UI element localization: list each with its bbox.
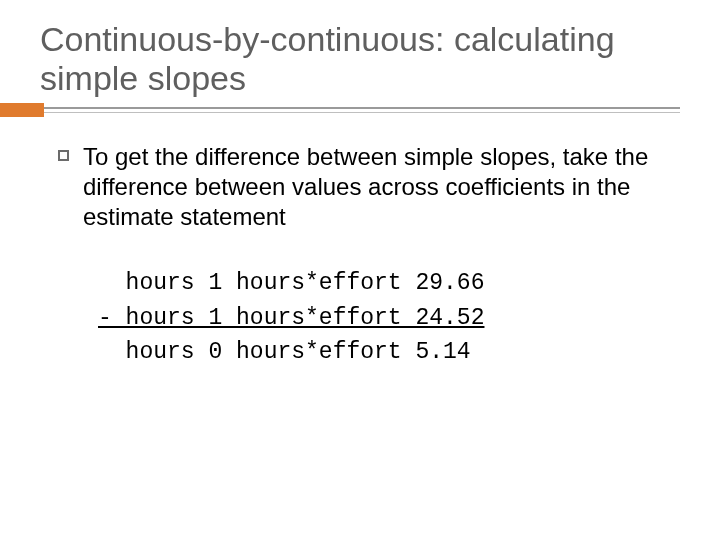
code-line-3: hours 0 hours*effort 5.14 [98, 339, 471, 365]
bullet-text: To get the difference between simple slo… [83, 142, 680, 232]
rule-line-top [0, 107, 680, 109]
code-block: hours 1 hours*effort 29.66 - hours 1 hou… [98, 266, 680, 370]
slide: Continuous-by-continuous: calculating si… [0, 0, 720, 540]
rule-line-bottom [0, 112, 680, 113]
slide-body: To get the difference between simple slo… [40, 142, 680, 370]
accent-block [0, 103, 44, 117]
code-line-2: - hours 1 hours*effort 24.52 [98, 305, 484, 331]
code-line-1: hours 1 hours*effort 29.66 [98, 270, 484, 296]
slide-title: Continuous-by-continuous: calculating si… [40, 20, 680, 98]
title-rule [0, 104, 680, 112]
square-bullet-icon [58, 150, 69, 161]
bullet-item: To get the difference between simple slo… [58, 142, 680, 232]
